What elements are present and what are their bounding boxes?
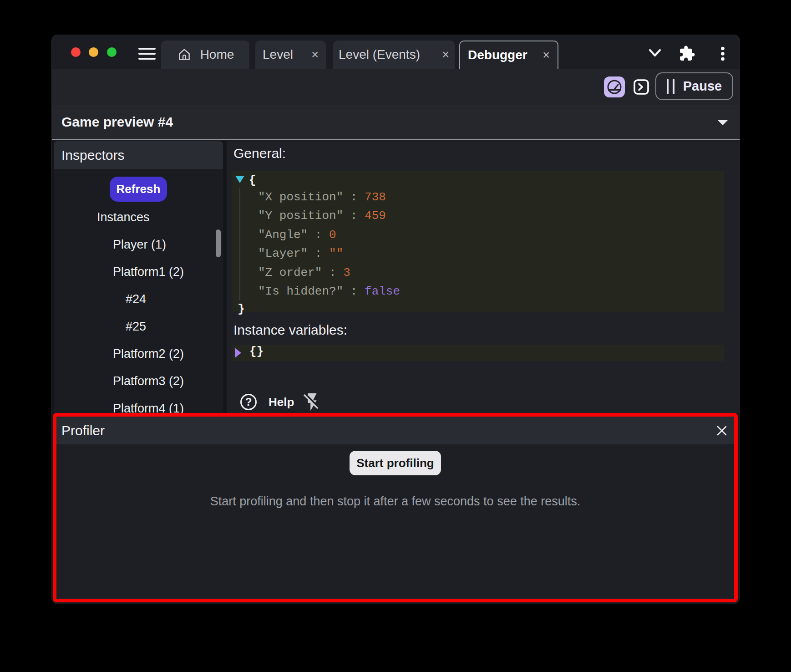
- inspectors-tree: InstancesPlayer (1)Platform1 (2)#24#25Pl…: [54, 204, 223, 422]
- inspectors-title: Inspectors: [61, 148, 124, 163]
- tab-close-icon[interactable]: ×: [311, 49, 319, 61]
- json-line: }: [233, 302, 724, 316]
- debugger-toolbar: Pause: [52, 69, 740, 105]
- title-bar: Home Level × Level (Events) × Debugger ×: [52, 35, 740, 69]
- profiler-hint: Start profiling and then stop it after a…: [210, 494, 580, 509]
- profiler-header: Profiler: [56, 417, 734, 444]
- console-button[interactable]: [633, 79, 649, 95]
- json-line: "Layer" : "": [233, 247, 724, 260]
- game-preview-accordion[interactable]: Game preview #4: [52, 105, 740, 140]
- json-line: "Y position" : 459: [233, 209, 724, 223]
- debugger-content: Inspectors Refresh InstancesPlayer (1)Pl…: [52, 141, 740, 413]
- instance-variables-label: Instance variables:: [233, 322, 347, 338]
- tab-label: Debugger: [468, 48, 527, 62]
- accordion-caret-icon: [717, 120, 728, 125]
- general-label: General:: [233, 146, 286, 161]
- json-line: "Z order" : 3: [233, 266, 724, 280]
- tab-level-events[interactable]: Level (Events) ×: [333, 41, 455, 69]
- tree-item[interactable]: Platform2 (2): [54, 340, 223, 367]
- json-line: "Angle" : 0: [233, 228, 724, 242]
- tree-item[interactable]: Platform1 (2): [54, 258, 223, 285]
- profiler-panel: Profiler Start profiling Start profiling…: [53, 413, 738, 602]
- inspectors-header: Inspectors: [54, 141, 223, 169]
- general-json-viewer: {"X position" : 738"Y position" : 459"An…: [233, 171, 724, 312]
- json-guide-line: [239, 188, 240, 300]
- inspectors-sidebar: Inspectors Refresh InstancesPlayer (1)Pl…: [54, 141, 223, 413]
- app-window: Home Level × Level (Events) × Debugger ×: [51, 35, 740, 604]
- tab-close-icon[interactable]: ×: [442, 49, 449, 61]
- tab-label: Home: [200, 47, 234, 62]
- sidebar-scrollbar-thumb[interactable]: [216, 229, 221, 257]
- tab-home[interactable]: Home: [161, 41, 249, 69]
- tree-item[interactable]: #25: [54, 313, 223, 340]
- tree-item[interactable]: #24: [54, 285, 223, 313]
- pause-icon: [667, 79, 674, 94]
- profiler-title: Profiler: [61, 423, 105, 438]
- pause-button[interactable]: Pause: [655, 72, 733, 100]
- tab-level[interactable]: Level ×: [255, 41, 326, 69]
- kebab-menu-icon[interactable]: [718, 46, 728, 61]
- tab-label: Level (Events): [339, 47, 420, 62]
- tree-item[interactable]: Instances: [54, 204, 223, 231]
- expand-triangle-icon[interactable]: [235, 348, 241, 358]
- question-mark-icon: ?: [240, 394, 257, 410]
- inspector-detail-panel: General: {"X position" : 738"Y position"…: [227, 141, 740, 413]
- help-row: ? Help: [240, 392, 323, 412]
- close-window-button[interactable]: [71, 47, 81, 57]
- tab-label: Level: [263, 47, 293, 62]
- minimize-window-button[interactable]: [89, 47, 98, 57]
- pause-label: Pause: [683, 79, 722, 94]
- gauge-icon: [606, 79, 623, 95]
- profiler-body: Start profiling Start profiling and then…: [56, 444, 734, 599]
- help-button[interactable]: ? Help: [240, 394, 294, 410]
- tab-debugger[interactable]: Debugger ×: [459, 41, 558, 69]
- game-preview-title: Game preview #4: [61, 114, 173, 130]
- instance-variables-value: {}: [249, 345, 264, 358]
- tree-item[interactable]: Player (1): [54, 231, 223, 258]
- instance-variables-viewer: {}: [233, 345, 724, 361]
- terminal-icon: [633, 79, 649, 95]
- tab-close-icon[interactable]: ×: [543, 49, 550, 61]
- flash-off-icon[interactable]: [302, 392, 323, 412]
- start-profiling-button[interactable]: Start profiling: [350, 451, 441, 475]
- chevron-down-icon[interactable]: [648, 47, 662, 59]
- hamburger-menu-icon[interactable]: [138, 48, 156, 60]
- json-line: "Is hidden?" : false: [233, 285, 724, 298]
- profiler-close-icon[interactable]: [716, 425, 728, 437]
- refresh-button[interactable]: Refresh: [110, 177, 167, 202]
- home-icon: [177, 47, 192, 62]
- json-line: {: [233, 173, 724, 187]
- help-label: Help: [269, 395, 294, 409]
- tree-item[interactable]: Platform3 (2): [54, 367, 223, 395]
- zoom-window-button[interactable]: [107, 47, 117, 57]
- puzzle-extension-icon[interactable]: [679, 45, 695, 62]
- json-line: "X position" : 738: [233, 190, 724, 204]
- profiler-toggle-button[interactable]: [604, 76, 625, 97]
